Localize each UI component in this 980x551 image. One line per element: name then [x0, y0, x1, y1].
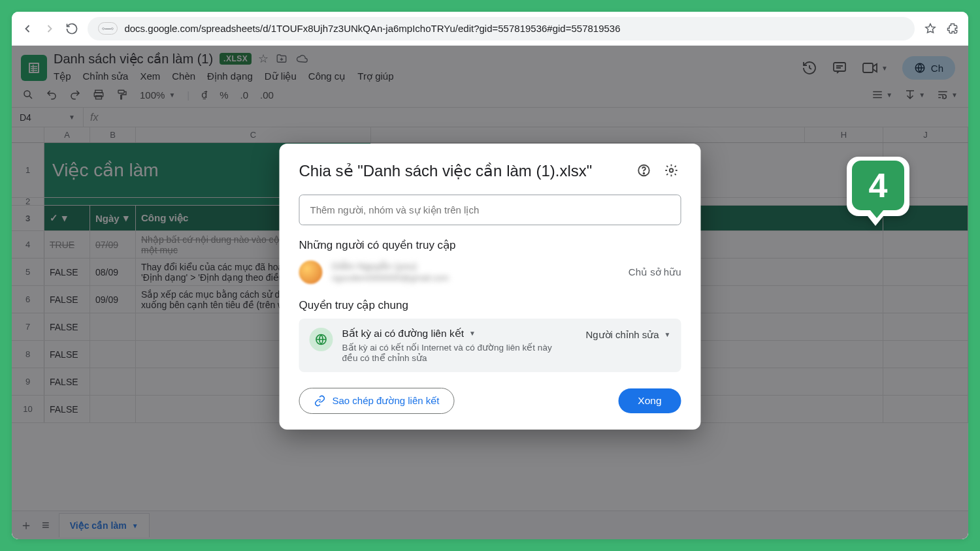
star-icon[interactable]	[924, 22, 937, 35]
avatar	[299, 260, 323, 284]
people-section-heading: Những người có quyền truy cập	[299, 238, 681, 252]
svg-point-11	[644, 173, 645, 174]
person-row: Diễm Nguyễn (you) ngocdiem0000000@gmail.…	[299, 260, 681, 283]
share-dialog: Chia sẻ "Danh sách việc cần làm (1).xlsx…	[280, 144, 701, 430]
url-text: docs.google.com/spreadsheets/d/1TOUFx8Uj…	[124, 23, 620, 34]
general-access-heading: Quyền truy cập chung	[299, 298, 681, 312]
settings-icon[interactable]	[662, 161, 681, 180]
reload-icon[interactable]	[65, 22, 78, 35]
step-badge: 4	[845, 150, 917, 228]
role-dropdown[interactable]: Người chỉnh sửa ▼	[585, 328, 670, 341]
back-icon[interactable]	[21, 22, 34, 35]
site-info-icon[interactable]: ◦─◦	[98, 22, 118, 35]
extensions-icon[interactable]	[946, 22, 959, 35]
svg-point-12	[670, 168, 674, 172]
forward-icon[interactable]	[43, 22, 56, 35]
person-name: Diễm Nguyễn (you)	[332, 260, 619, 273]
dialog-title: Chia sẻ "Danh sách việc cần làm (1).xlsx…	[299, 161, 627, 181]
browser-toolbar: ◦─◦ docs.google.com/spreadsheets/d/1TOUF…	[12, 12, 968, 46]
help-icon[interactable]	[634, 161, 654, 180]
access-description: Bất kỳ ai có kết nối Internet và có đườn…	[342, 342, 558, 363]
owner-label: Chủ sở hữu	[629, 266, 681, 278]
url-bar[interactable]: ◦─◦ docs.google.com/spreadsheets/d/1TOUF…	[88, 17, 915, 40]
copy-link-button[interactable]: Sao chép đường liên kết	[299, 388, 455, 414]
general-access-box: Bất kỳ ai có đường liên kết ▼ Bất kỳ ai …	[299, 319, 681, 372]
add-people-input[interactable]	[299, 195, 681, 225]
globe-icon	[310, 328, 333, 351]
done-button[interactable]: Xong	[618, 388, 681, 413]
access-scope-dropdown[interactable]: Bất kỳ ai có đường liên kết ▼	[342, 328, 577, 339]
svg-text:4: 4	[869, 166, 888, 204]
person-email: ngocdiem0000000@gmail.com	[332, 273, 619, 284]
